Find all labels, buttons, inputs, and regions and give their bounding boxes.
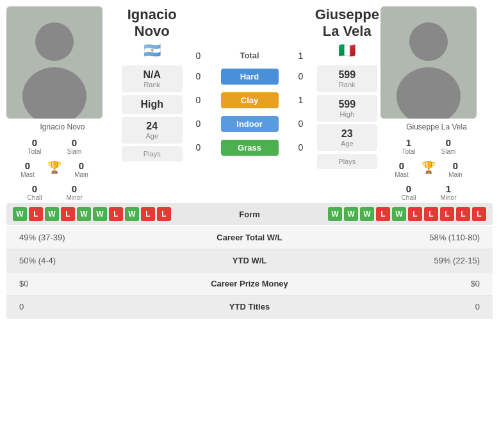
player2-age-value: 23 (323, 128, 372, 140)
indoor-button: Indoor (221, 116, 279, 132)
player1-total-label: Total (28, 148, 41, 155)
player1-plays-box: Plays (122, 146, 183, 162)
stat-p1-value: 0 (19, 302, 186, 311)
player2-flag: 🇮🇹 (338, 42, 356, 59)
form-badge-p2: W (344, 207, 358, 221)
hard-button: Hard (221, 69, 279, 85)
player1-mast-value: 0 (25, 160, 30, 171)
center-area: Ignacio Novo 🇦🇷 N/A Rank High 24 Age Pla… (119, 6, 380, 203)
grass-row: 0 Grass 0 (189, 140, 311, 156)
grass-button: Grass (221, 140, 279, 156)
stat-p2-value: 0 (314, 302, 480, 311)
player2-total-value: 1 (406, 137, 411, 148)
player1-form: WLWLWWLWLL (13, 207, 211, 221)
form-badge-p1: W (13, 207, 27, 221)
p2-hard-val: 0 (291, 71, 311, 81)
player2-card: Giuseppe La Vela 1 Total 0 Slam 0 Mast 🏆 (380, 6, 493, 203)
player1-age-label: Age (128, 132, 176, 140)
player1-card: Ignacio Novo 0 Total 0 Slam 0 Mast 🏆 (6, 6, 119, 203)
svg-point-1 (35, 22, 74, 61)
trophy2-icon: 🏆 (421, 160, 436, 174)
players-comparison: Ignacio Novo 0 Total 0 Slam 0 Mast 🏆 (6, 6, 493, 203)
player1-chall-stat: 0 Chall (15, 181, 54, 203)
player2-slam-value: 0 (446, 137, 451, 148)
player1-age-box: 24 Age (122, 117, 183, 144)
stat-row: 49% (37-39) Career Total W/L 58% (110-80… (6, 226, 493, 249)
player1-age-value: 24 (128, 120, 176, 132)
player2-main-label: Main (448, 171, 462, 178)
form-badge-p2: L (472, 207, 486, 221)
player1-total-value: 0 (32, 137, 37, 148)
form-badge-p1: W (45, 207, 59, 221)
form-badge-p2: L (408, 207, 422, 221)
stat-p1-value: 50% (4-4) (19, 256, 186, 265)
stat-label: Career Total W/L (186, 233, 314, 242)
p2-grass-val: 0 (291, 142, 311, 153)
player1-rank-label: Rank (128, 81, 176, 88)
player1-main-value: 0 (79, 160, 84, 171)
player2-main-value: 0 (453, 160, 458, 171)
player1-minor-value: 0 (72, 183, 77, 194)
p2-clay-val: 1 (291, 95, 311, 105)
player1-high-value: High (128, 99, 176, 110)
player2-main-stat: 0 Main (436, 158, 475, 180)
player1-avatar (6, 6, 102, 119)
p1-hard-val: 0 (189, 71, 208, 81)
player2-rank-label: Rank (323, 81, 372, 88)
player1-trophy: 🏆 (48, 158, 61, 180)
form-badge-p2: L (376, 207, 390, 221)
player1-flag: 🇦🇷 (143, 42, 161, 59)
form-badge-p1: L (157, 207, 171, 221)
player1-mast-stat: 0 Mast (8, 158, 47, 180)
form-badge-p1: W (93, 207, 107, 221)
player2-minor-value: 1 (446, 183, 451, 194)
total-center: Total (208, 51, 291, 60)
clay-row: 0 Clay 1 (189, 92, 311, 108)
player2-plays-box: Plays (317, 154, 378, 169)
player2-minor-stat: 1 Minor (429, 181, 468, 203)
player1-chall-label: Chall (28, 194, 42, 201)
p1-grass-val: 0 (189, 142, 208, 153)
p2-indoor-val: 0 (291, 119, 311, 129)
form-badge-p1: W (125, 207, 139, 221)
player2-age-label: Age (323, 140, 372, 147)
player2-high-label: High (323, 110, 372, 118)
player2-total-label: Total (402, 148, 415, 155)
form-badge-p1: L (141, 207, 155, 221)
player2-avatar (380, 6, 477, 119)
surface-comparisons: 0 Total 1 0 Hard 0 0 (186, 6, 314, 203)
stat-p2-value: 59% (22-15) (314, 256, 480, 265)
player1-high-box: High (122, 95, 183, 114)
form-badge-p2: L (424, 207, 438, 221)
svg-point-4 (409, 22, 448, 61)
player1-rank-value: N/A (128, 69, 176, 81)
player1-minor-stat: 0 Minor (55, 181, 94, 203)
player2-age-box: 23 Age (317, 124, 378, 151)
form-badge-p2: W (360, 207, 374, 221)
player2-form: WWWLWLLLLL (288, 207, 487, 221)
player2-plays-value: Plays (323, 158, 372, 165)
player2-trophy: 🏆 (422, 158, 435, 180)
player1-main-stat: 0 Main (62, 158, 101, 180)
player1-stats: 0 Total 0 Slam 0 Mast 🏆 0 Main (6, 135, 102, 203)
player2-silhouette (380, 6, 477, 119)
player2-rank-box: 599 Rank (317, 65, 378, 92)
p1-clay-val: 0 (189, 95, 208, 105)
total-label: Total (240, 51, 259, 60)
player2-stats: 1 Total 0 Slam 0 Mast 🏆 0 Main (380, 135, 477, 203)
form-badge-p1: L (29, 207, 43, 221)
main-container: Ignacio Novo 0 Total 0 Slam 0 Mast 🏆 (0, 0, 499, 325)
stats-table: 49% (37-39) Career Total W/L 58% (110-80… (6, 226, 493, 319)
player2-mast-value: 0 (399, 160, 404, 171)
player2-chall-label: Chall (402, 194, 416, 201)
player2-chall-value: 0 (406, 183, 411, 194)
player2-name-top: Giuseppe La Vela (315, 6, 379, 40)
form-section: WLWLWWLWLL Form WWWLWLLLLL (6, 203, 493, 225)
player1-middle-info: Ignacio Novo 🇦🇷 N/A Rank High 24 Age Pla… (119, 6, 186, 203)
stat-label: Career Prize Money (186, 279, 314, 288)
player1-rank-box: N/A Rank (122, 65, 183, 92)
hard-row: 0 Hard 0 (189, 69, 311, 85)
form-badge-p1: L (61, 207, 75, 221)
stat-p2-value: 58% (110-80) (314, 233, 480, 242)
player1-slam-value: 0 (72, 137, 77, 148)
